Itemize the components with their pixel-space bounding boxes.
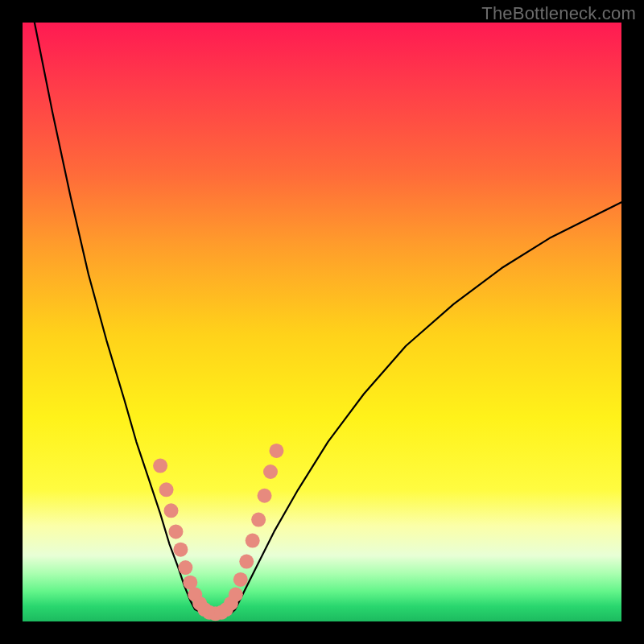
data-marker: [168, 524, 183, 539]
data-marker: [251, 513, 266, 527]
chart-stage: TheBottleneck.com: [0, 0, 644, 644]
data-marker: [229, 588, 243, 602]
data-marker: [246, 534, 260, 548]
data-marker: [159, 482, 174, 497]
data-marker: [233, 572, 248, 587]
marker-layer: [153, 444, 283, 621]
data-marker: [258, 489, 272, 503]
data-marker: [263, 464, 278, 479]
chart-svg: [23, 23, 621, 621]
data-marker: [153, 459, 167, 473]
data-marker: [269, 444, 283, 458]
data-marker: [239, 555, 254, 569]
data-marker: [173, 543, 188, 557]
data-marker: [164, 503, 179, 518]
data-marker: [178, 560, 192, 575]
plot-area: [23, 23, 621, 621]
bottleneck-curve: [35, 23, 621, 616]
watermark-text: TheBottleneck.com: [481, 3, 636, 24]
curve-layer: [35, 23, 621, 616]
